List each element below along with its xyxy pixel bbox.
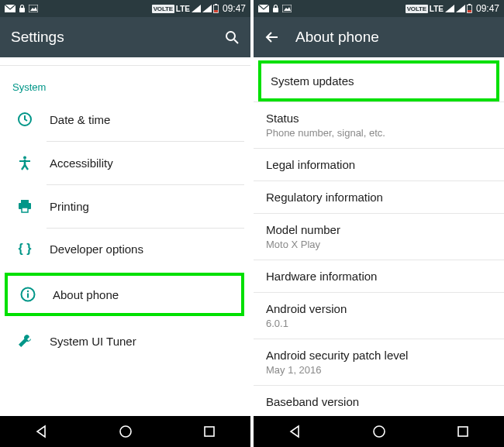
svg-marker-4 [192,5,201,12]
svg-line-10 [234,40,238,43]
highlight-system-updates[interactable]: System updates [258,60,499,101]
gmail-icon [258,5,269,12]
status-left [5,5,38,13]
svg-marker-5 [202,5,212,12]
row-secondary: May 1, 2016 [266,364,501,376]
row-label: Developer options [39,242,244,256]
volte-badge: VOLTE [152,5,174,13]
nav-home-button[interactable] [371,424,387,439]
svg-rect-27 [273,8,278,12]
search-icon[interactable] [224,29,240,45]
nav-bar [254,416,504,447]
clock: 09:47 [223,3,246,14]
row-label: About phone [42,288,119,301]
row-primary: Android security patch level [266,349,501,362]
row-secondary: Moto X Play [266,239,501,250]
row-primary: Status [266,112,501,125]
svg-point-21 [27,291,29,292]
row-label: System UI Tuner [39,335,244,348]
row-primary: Baseband version [266,395,501,408]
back-button[interactable] [264,29,280,45]
row-legal-information[interactable]: Legal information [254,148,504,181]
braces-icon: { } [11,242,39,256]
nav-recent-button[interactable] [202,425,216,438]
svg-point-24 [120,426,131,437]
svg-point-37 [374,426,385,437]
row-primary: System updates [271,74,493,88]
svg-rect-14 [19,160,30,162]
svg-point-9 [226,32,235,40]
nav-bar [0,416,250,447]
status-right: VOLTE LTE 09:47 [406,3,499,14]
nav-back-button[interactable] [34,424,50,439]
svg-rect-8 [214,10,218,12]
row-label: Date & time [39,113,244,126]
svg-line-16 [25,165,28,170]
svg-rect-19 [22,208,28,212]
row-primary: Legal information [266,158,501,171]
gmail-icon [5,5,16,12]
row-baseband-version[interactable]: Baseband version [254,385,504,416]
signal-icon [445,5,454,12]
settings-list: System Date & time Accessibility Printin… [0,57,250,416]
row-status[interactable]: Status Phone number, signal, etc. [254,101,504,148]
row-android-version[interactable]: Android version 6.0.1 [254,292,504,339]
row-hardware-information[interactable]: Hardware information [254,260,504,292]
lock-icon [19,5,26,13]
nav-back-button[interactable] [288,424,303,439]
row-primary: Hardware information [266,270,501,283]
svg-marker-30 [445,5,454,12]
row-system-ui-tuner[interactable]: System UI Tuner [0,319,250,363]
svg-rect-38 [458,427,468,436]
printer-icon [11,198,39,214]
svg-marker-23 [37,426,45,437]
row-date-time[interactable]: Date & time [0,98,250,141]
row-primary: Model number [266,223,501,236]
page-title: About phone [295,29,493,46]
image-icon [29,5,38,12]
row-accessibility[interactable]: Accessibility [0,141,250,184]
about-phone-list: System updates Status Phone number, sign… [254,57,504,416]
row-label: Accessibility [39,156,244,170]
row-primary: Android version [266,302,501,315]
app-bar: Settings [0,17,250,57]
row-printing[interactable]: Printing [0,184,250,228]
svg-marker-29 [284,7,291,11]
row-model-number[interactable]: Model number Moto X Play [254,213,504,260]
phone-right: VOLTE LTE 09:47 About phone System updat… [254,0,504,447]
info-icon [14,287,42,302]
page-title: Settings [11,29,224,46]
row-label: Printing [39,200,244,213]
app-bar: About phone [254,17,504,57]
battery-icon [467,4,472,13]
lock-icon [272,5,279,13]
row-security-patch[interactable]: Android security patch level May 1, 2016 [254,339,504,385]
svg-marker-36 [291,426,299,437]
row-regulatory-information[interactable]: Regulatory information [254,181,504,213]
svg-rect-22 [27,294,29,298]
phone-left: VOLTE LTE 09:47 Settings System Da [0,0,250,447]
highlight-about-phone[interactable]: About phone [5,273,244,316]
lte-label: LTE [430,5,444,13]
section-header-system: System [0,65,250,98]
svg-rect-1 [19,8,25,12]
row-primary: Regulatory information [266,191,501,204]
battery-icon [213,4,219,13]
svg-point-12 [23,156,26,160]
status-left [258,5,292,13]
signal-icon [192,5,201,12]
svg-marker-3 [30,7,37,11]
nav-recent-button[interactable] [456,425,470,438]
status-right: VOLTE LTE 09:47 [152,3,246,14]
signal-icon-2 [456,5,465,12]
clock: 09:47 [476,3,499,14]
image-icon [282,5,292,12]
status-bar: VOLTE LTE 09:47 [0,0,250,17]
row-secondary: Phone number, signal, etc. [266,127,501,139]
row-developer-options[interactable]: { } Developer options [0,228,250,270]
accessibility-icon [11,155,39,170]
row-secondary: 6.0.1 [266,318,501,329]
signal-icon-2 [202,5,212,12]
nav-home-button[interactable] [118,424,133,439]
svg-rect-25 [205,427,214,436]
